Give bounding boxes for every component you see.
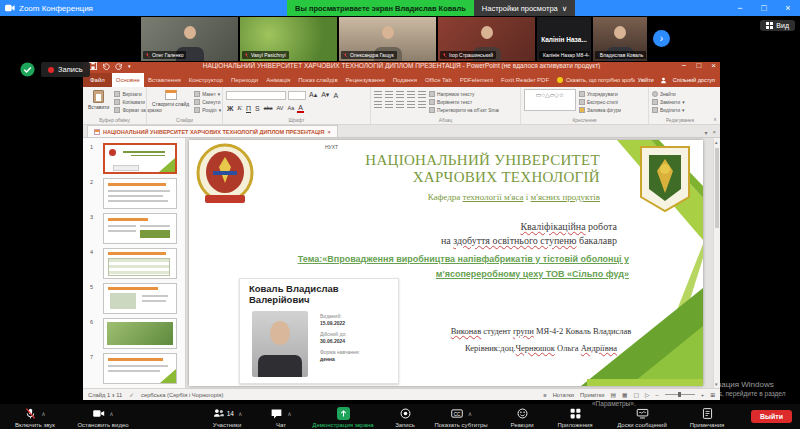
slide-title[interactable]: НАЦІОНАЛЬНИЙ УНІВЕРСИТЕТ ХАРЧОВИХ ТЕХНОЛ… (365, 152, 600, 206)
chevron-up-icon[interactable]: ∧ (109, 410, 113, 417)
normal-view-icon[interactable]: ▤ (610, 392, 615, 398)
strikethrough-button[interactable]: abc (263, 105, 274, 111)
close-button[interactable]: × (776, 3, 800, 13)
record-button[interactable]: Запись (386, 407, 424, 428)
tab-foxit[interactable]: Foxit Reader PDF (497, 73, 553, 87)
reactions-button[interactable]: Реакции (500, 407, 544, 428)
notes-button[interactable]: Нотатки (553, 392, 574, 398)
text-direction-button[interactable]: Напрямок тексту (429, 91, 499, 97)
scrollbar-thumb[interactable] (715, 148, 719, 228)
reading-view-icon[interactable]: ▢ (633, 392, 638, 398)
slide-thumbnail[interactable]: 5 (83, 282, 185, 317)
tab-pdfelement[interactable]: PDFelement (456, 73, 497, 87)
decrease-indent-icon[interactable] (396, 91, 404, 98)
share-button[interactable]: Спільний доступ (673, 77, 715, 83)
video-tile[interactable]: Олег Галенко (141, 17, 238, 61)
next-participants-button[interactable]: › (653, 30, 670, 47)
align-center-icon[interactable] (385, 101, 393, 108)
video-tile[interactable]: Олександра Гащук (339, 17, 436, 61)
justify-icon[interactable] (407, 101, 415, 108)
slide-thumbnail[interactable]: 2 (83, 177, 185, 212)
vertical-scrollbar[interactable]: ▴ ▾ (713, 138, 720, 388)
tab-transitions[interactable]: Переходи (227, 73, 262, 87)
author-supervisor-text[interactable]: Виконав студент групи МЯ-4-2 Коваль Влад… (427, 323, 655, 357)
scroll-down-icon[interactable]: ▾ (715, 381, 718, 387)
save-icon[interactable] (89, 62, 97, 70)
arrange-button[interactable]: Упорядкувати (579, 91, 621, 97)
change-case-button[interactable]: Aa (287, 105, 296, 111)
bullets-icon[interactable] (374, 91, 382, 98)
increase-indent-icon[interactable] (407, 91, 415, 98)
reset-button[interactable]: Скинути (194, 99, 221, 105)
chat-button[interactable]: ∧ Чат (262, 407, 300, 428)
quick-styles-button[interactable]: Експрес-стилі (579, 99, 621, 105)
align-left-icon[interactable] (374, 101, 382, 108)
shape-fill-button[interactable]: Заливка фігури (579, 107, 621, 113)
tab-design[interactable]: Конструктор (185, 73, 227, 87)
video-tile[interactable]: Vasyl Pasichnyi (240, 17, 337, 61)
captions-button[interactable]: CC ∧ Показать субтитры (426, 407, 496, 428)
tab-slideshow[interactable]: Показ слайдів (294, 73, 341, 87)
minimize-button[interactable]: − (728, 3, 752, 13)
shapes-gallery[interactable]: ▭○△▱◇☆ (524, 89, 576, 111)
ppt-minimize-button[interactable]: − (682, 61, 687, 70)
chevron-up-icon[interactable]: ∧ (468, 410, 472, 417)
slide-sorter-icon[interactable]: ▦ (622, 392, 627, 398)
sign-in-button[interactable]: Увійти (638, 77, 654, 83)
slideshow-icon[interactable]: ▷ (645, 392, 649, 398)
slide-thumbnail[interactable]: 1 (83, 142, 185, 177)
view-layout-button[interactable]: Вид (760, 20, 795, 31)
tab-bar-close-icon[interactable]: × (712, 129, 716, 136)
font-size-box[interactable] (288, 91, 306, 100)
whiteboards-button[interactable]: Доски сообщений (606, 407, 678, 428)
shrink-font-button[interactable]: A▾ (320, 91, 330, 99)
slide-thumbnail[interactable]: 7 (83, 352, 185, 387)
apps-button[interactable]: Приложения (546, 407, 604, 428)
qualification-text[interactable]: Кваліфікаційна робота на здобуття освітн… (441, 220, 617, 248)
document-tab[interactable]: НАЦІОНАЛЬНИЙ УНІВЕРСИТЕТ ХАРЧОВИХ ТЕХНОЛ… (87, 125, 338, 137)
tab-home[interactable]: Основне (112, 73, 144, 87)
maximize-button[interactable]: □ (752, 3, 776, 13)
slide-thumbnail[interactable]: 6 (83, 317, 185, 352)
font-name-box[interactable] (226, 91, 286, 100)
comments-button[interactable]: Примітки (580, 392, 604, 398)
notes-button[interactable]: Примечания (680, 407, 734, 428)
stop-video-button[interactable]: ∧ Остановить видео (68, 407, 138, 428)
department-link[interactable]: технології м'яса (463, 192, 524, 202)
clear-formatting-button[interactable]: A (332, 92, 339, 99)
slide-thumbnail[interactable]: 4 (83, 247, 185, 282)
tab-office-tab[interactable]: Office Tab (421, 73, 456, 87)
tab-insert[interactable]: Вставлення (144, 73, 185, 87)
section-button[interactable]: Розділ ▾ (194, 107, 221, 113)
tab-close-icon[interactable]: × (328, 129, 331, 135)
ppt-maximize-button[interactable]: □ (696, 61, 701, 70)
align-right-icon[interactable] (396, 101, 404, 108)
fit-slide-icon[interactable]: ⊞ (710, 392, 715, 398)
new-slide-button[interactable]: Створити слайд (150, 89, 191, 116)
find-button[interactable]: Знайти (652, 91, 685, 97)
view-settings-button[interactable]: Настройки просмотра∨ (474, 0, 575, 16)
share-screen-button[interactable]: Демонстрация экрана (302, 407, 384, 428)
character-spacing-button[interactable]: AV (276, 105, 285, 111)
scroll-up-icon[interactable]: ▴ (715, 139, 718, 145)
unmute-button[interactable]: ∧ Включить звук (6, 407, 64, 428)
tab-review[interactable]: Рецензування (342, 73, 389, 87)
undo-icon[interactable] (102, 62, 110, 70)
zoom-slider[interactable] (665, 394, 695, 395)
align-text-button[interactable]: Вирівняти текст (429, 99, 499, 105)
slide-thumbnail[interactable]: 3 (83, 212, 185, 247)
language-status[interactable]: сербська (Сербія і Чорногорія) (141, 392, 223, 398)
slide[interactable]: НУХТ НАЦІОНАЛЬНИЙ УНІВЕРСИТЕТ ХАРЧОВИХ Т… (189, 140, 703, 386)
chevron-up-icon[interactable]: ∧ (41, 410, 45, 417)
tab-view[interactable]: Подання (389, 73, 421, 87)
text-shadow-button[interactable]: S (254, 105, 261, 112)
chevron-up-icon[interactable]: ∧ (287, 410, 291, 417)
layout-button[interactable]: Макет ▾ (194, 91, 221, 97)
leave-meeting-button[interactable]: Выйти (751, 410, 792, 423)
tab-list-icon[interactable]: ▾ (704, 129, 707, 136)
numbering-icon[interactable] (385, 91, 393, 98)
zoom-out-icon[interactable]: − (655, 392, 658, 398)
qat-customize-icon[interactable]: ▾ (128, 63, 131, 69)
grow-font-button[interactable]: A▴ (308, 91, 318, 99)
department-link[interactable]: м'ясних продуктів (531, 192, 600, 202)
